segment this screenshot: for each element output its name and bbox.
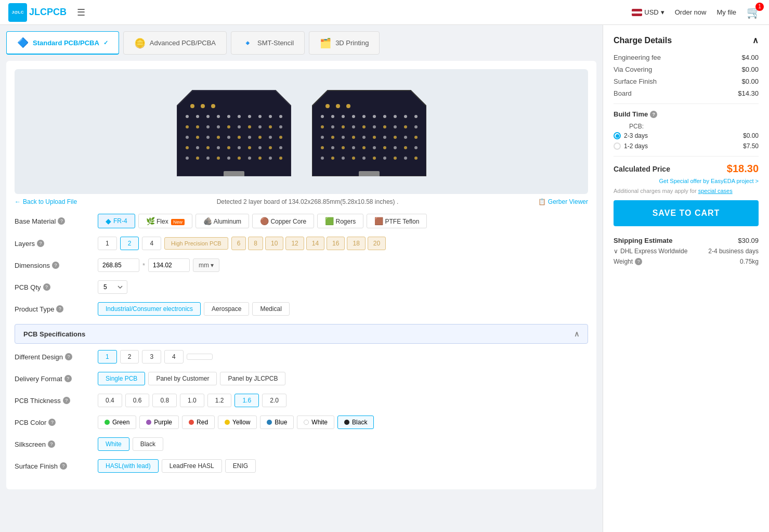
pcb-thickness-help-icon[interactable]: ? <box>63 397 70 404</box>
base-material-fr4-btn[interactable]: ◆ FR-4 <box>98 214 135 228</box>
base-material-aluminum-btn[interactable]: 🪨 Aluminum <box>195 214 249 228</box>
build-time-1-2-days-option[interactable]: 1-2 days <box>614 142 648 150</box>
layers-16-btn[interactable]: 16 <box>327 237 345 250</box>
svg-point-97 <box>383 146 386 149</box>
pcb-qty-select[interactable]: 5 10 15 20 25 30 50 75 100 <box>98 280 127 294</box>
logo[interactable]: J@LC JLCPCB <box>8 3 67 22</box>
layers-help-icon[interactable]: ? <box>37 240 44 247</box>
build-time-help-icon[interactable]: ? <box>650 111 657 118</box>
currency-selector[interactable]: USD ▾ <box>632 8 664 16</box>
pcb-specs-header[interactable]: PCB Specifications ∧ <box>15 324 588 344</box>
layers-8-btn[interactable]: 8 <box>248 237 263 250</box>
special-cases-link[interactable]: special cases <box>698 188 733 194</box>
special-offer-link[interactable]: Get Special offer by EasyEDA project > <box>659 178 759 184</box>
cart-icon[interactable]: 🛒 1 <box>747 6 761 19</box>
pcb-color-purple-btn[interactable]: Purple <box>139 416 179 429</box>
silkscreen-black-btn[interactable]: Black <box>133 437 163 451</box>
dimensions-help-icon[interactable]: ? <box>52 262 59 269</box>
pcb-thickness-08-btn[interactable]: 0.8 <box>152 394 177 407</box>
silkscreen-options: White Black <box>98 437 163 451</box>
pcb-color-white-btn[interactable]: White <box>297 416 334 429</box>
product-type-medical-btn[interactable]: Medical <box>252 302 289 316</box>
tab-advanced-pcba[interactable]: 🪙 Advanced PCB/PCBA <box>123 31 227 55</box>
header-right: USD ▾ Order now My file 🛒 1 <box>632 6 761 19</box>
delivery-format-panel-customer-btn[interactable]: Panel by Customer <box>148 372 217 385</box>
layers-label: Layers ? <box>15 240 98 248</box>
pcb-thickness-06-btn[interactable]: 0.6 <box>125 394 150 407</box>
pcb-thickness-options: 0.4 0.6 0.8 1.0 1.2 1.6 2.0 <box>98 394 286 407</box>
layers-10-btn[interactable]: 10 <box>265 237 283 250</box>
delivery-format-panel-jlcpcb-btn[interactable]: Panel by JLCPCB <box>220 372 285 385</box>
product-type-help-icon[interactable]: ? <box>56 305 63 313</box>
gerber-viewer-link[interactable]: 📋 Gerber Viewer <box>538 198 588 205</box>
silkscreen-white-btn[interactable]: White <box>98 437 129 451</box>
base-material-rogers-btn[interactable]: 🟩 Rogers <box>317 214 363 228</box>
layers-6-btn[interactable]: 6 <box>231 237 246 250</box>
silkscreen-help-icon[interactable]: ? <box>48 440 55 448</box>
layers-20-btn[interactable]: 20 <box>368 237 386 250</box>
different-design-custom-btn[interactable] <box>187 354 213 360</box>
pcb-thickness-20-btn[interactable]: 2.0 <box>262 394 286 407</box>
delivery-format-single-btn[interactable]: Single PCB <box>98 372 145 385</box>
layers-2-btn[interactable]: 2 <box>120 237 139 250</box>
pcb-color-blue-btn[interactable]: Blue <box>260 416 294 429</box>
layers-14-btn[interactable]: 14 <box>306 237 324 250</box>
tab-smt-stencil[interactable]: 🔹 SMT-Stencil <box>231 31 305 55</box>
svg-point-35 <box>279 136 282 139</box>
base-material-ptfe-btn[interactable]: 🟫 PTFE Teflon <box>367 214 427 228</box>
dimension-width-input[interactable] <box>98 258 139 272</box>
weight-help-icon[interactable]: ? <box>635 258 642 265</box>
collapse-charge-icon[interactable]: ∧ <box>752 35 759 45</box>
svg-point-45 <box>279 146 282 149</box>
product-type-industrial-btn[interactable]: Industrial/Consumer electronics <box>98 302 201 316</box>
svg-point-37 <box>196 146 199 149</box>
svg-point-90 <box>414 136 418 139</box>
pcb-thickness-10-btn[interactable]: 1.0 <box>180 394 204 407</box>
board-charge-value: $14.30 <box>738 89 759 97</box>
delivery-format-help-icon[interactable]: ? <box>64 375 72 382</box>
different-design-4-btn[interactable]: 4 <box>164 350 184 364</box>
dimension-height-input[interactable] <box>148 258 190 272</box>
pcb-color-yellow-btn[interactable]: Yellow <box>218 416 257 429</box>
pcb-color-black-btn[interactable]: Black <box>337 416 374 429</box>
different-design-help-icon[interactable]: ? <box>65 353 72 360</box>
different-design-2-btn[interactable]: 2 <box>120 350 139 364</box>
pcb-thickness-12-btn[interactable]: 1.2 <box>207 394 232 407</box>
surface-finish-charge-value: $0.00 <box>741 77 759 85</box>
back-to-upload-link[interactable]: ← Back to Upload File <box>15 198 77 205</box>
base-material-copper-btn[interactable]: 🟤 Copper Core <box>252 214 314 228</box>
layers-18-btn[interactable]: 18 <box>347 237 365 250</box>
base-material-help-icon[interactable]: ? <box>58 217 65 225</box>
hamburger-menu-icon[interactable]: ☰ <box>77 7 85 18</box>
tab-standard-pcba[interactable]: 🔷 Standard PCB/PCBA ✓ <box>6 31 119 55</box>
build-time-2-3-days-option[interactable]: 2-3 days <box>614 132 648 139</box>
pcb-thickness-04-btn[interactable]: 0.4 <box>98 394 122 407</box>
surface-finish-enig-btn[interactable]: ENIG <box>225 459 256 473</box>
layers-12-btn[interactable]: 12 <box>285 237 304 250</box>
different-design-3-btn[interactable]: 3 <box>142 350 161 364</box>
pcb-color-green-btn[interactable]: Green <box>98 416 136 429</box>
build-time-2-3-radio[interactable] <box>614 132 621 139</box>
high-precision-btn[interactable]: High Precision PCB <box>164 237 228 250</box>
tab-3d-printing[interactable]: 🗂️ 3D Printing <box>309 31 380 55</box>
advanced-pcba-icon: 🪙 <box>134 37 146 49</box>
dimension-unit-selector[interactable]: mm ▾ <box>193 258 219 272</box>
surface-finish-hasl-lead-btn[interactable]: HASL(with lead) <box>98 459 159 473</box>
surface-finish-help-icon[interactable]: ? <box>60 462 67 470</box>
layers-4-btn[interactable]: 4 <box>142 237 161 250</box>
build-time-1-2-radio[interactable] <box>614 142 621 150</box>
product-type-aerospace-btn[interactable]: Aerospace <box>204 302 249 316</box>
layers-1-btn[interactable]: 1 <box>98 237 117 250</box>
base-material-flex-btn[interactable]: 🌿 Flex New <box>138 214 192 228</box>
surface-finish-leadfree-btn[interactable]: LeadFree HASL <box>162 459 222 473</box>
order-now-link[interactable]: Order now <box>675 8 707 16</box>
different-design-1-btn[interactable]: 1 <box>98 350 117 364</box>
save-to-cart-button[interactable]: SAVE TO CART <box>614 200 759 226</box>
pcb-color-red-btn[interactable]: Red <box>182 416 215 429</box>
pcb-qty-help-icon[interactable]: ? <box>43 283 50 291</box>
svg-point-14 <box>269 115 272 118</box>
pcb-color-help-icon[interactable]: ? <box>48 419 56 426</box>
shipping-carrier-detail[interactable]: ∨ DHL Express Worldwide <box>614 248 687 255</box>
my-file-link[interactable]: My file <box>716 8 736 16</box>
pcb-thickness-16-btn[interactable]: 1.6 <box>234 394 259 407</box>
